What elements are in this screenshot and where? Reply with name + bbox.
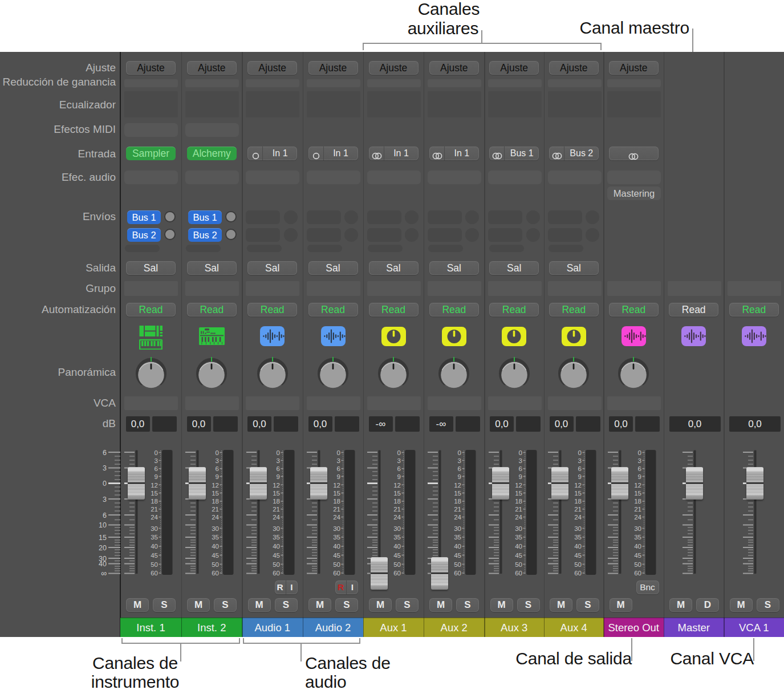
svg-text:0: 0 xyxy=(103,480,107,488)
svg-text:50: 50 xyxy=(212,561,219,568)
svg-text:30: 30 xyxy=(333,525,340,532)
svg-text:30: 30 xyxy=(151,525,158,532)
svg-text:18: 18 xyxy=(151,498,158,505)
svg-text:45: 45 xyxy=(212,552,219,559)
svg-text:0: 0 xyxy=(155,449,158,456)
svg-text:0: 0 xyxy=(216,449,219,456)
svg-text:0: 0 xyxy=(397,449,401,456)
svg-text:0: 0 xyxy=(337,449,340,456)
svg-text:18: 18 xyxy=(634,498,641,505)
svg-text:12: 12 xyxy=(273,482,280,489)
svg-text:6: 6 xyxy=(216,465,219,472)
svg-text:0: 0 xyxy=(458,449,461,456)
svg-text:9: 9 xyxy=(578,473,582,480)
svg-text:30: 30 xyxy=(273,525,280,532)
svg-text:45: 45 xyxy=(515,552,522,559)
svg-text:21: 21 xyxy=(515,506,522,513)
svg-text:24: 24 xyxy=(212,514,219,521)
svg-text:40: 40 xyxy=(515,543,522,550)
svg-text:60: 60 xyxy=(393,570,401,577)
svg-text:60: 60 xyxy=(151,570,158,577)
svg-text:6: 6 xyxy=(578,465,582,472)
svg-text:12: 12 xyxy=(393,482,401,489)
svg-text:24: 24 xyxy=(333,514,340,521)
svg-text:12: 12 xyxy=(574,482,582,489)
svg-text:0: 0 xyxy=(518,449,522,456)
svg-text:35: 35 xyxy=(151,534,158,541)
svg-text:24: 24 xyxy=(454,514,461,521)
svg-text:9: 9 xyxy=(518,473,522,480)
svg-text:9: 9 xyxy=(276,473,279,480)
svg-text:24: 24 xyxy=(273,514,280,521)
svg-text:60: 60 xyxy=(454,570,461,577)
svg-text:45: 45 xyxy=(634,552,641,559)
svg-text:30: 30 xyxy=(634,525,641,532)
svg-text:0: 0 xyxy=(637,449,641,456)
svg-text:40: 40 xyxy=(151,543,158,550)
svg-text:40: 40 xyxy=(333,543,340,550)
svg-text:0: 0 xyxy=(578,449,582,456)
svg-text:18: 18 xyxy=(515,498,522,505)
svg-text:15: 15 xyxy=(99,534,107,542)
svg-text:60: 60 xyxy=(515,570,522,577)
svg-text:35: 35 xyxy=(273,534,280,541)
svg-text:3: 3 xyxy=(276,457,279,464)
svg-text:50: 50 xyxy=(515,561,522,568)
svg-text:30: 30 xyxy=(212,525,219,532)
svg-text:60: 60 xyxy=(634,570,641,577)
svg-text:3: 3 xyxy=(155,457,158,464)
svg-text:6: 6 xyxy=(337,465,340,472)
svg-text:18: 18 xyxy=(273,498,280,505)
svg-text:12: 12 xyxy=(515,482,522,489)
svg-text:30: 30 xyxy=(574,525,582,532)
svg-text:18: 18 xyxy=(393,498,401,505)
svg-text:40: 40 xyxy=(634,543,641,550)
svg-text:40: 40 xyxy=(99,560,107,568)
svg-text:21: 21 xyxy=(393,506,401,513)
svg-text:45: 45 xyxy=(454,552,461,559)
svg-text:40: 40 xyxy=(393,543,401,550)
svg-text:50: 50 xyxy=(273,561,280,568)
svg-text:30: 30 xyxy=(515,525,522,532)
svg-text:24: 24 xyxy=(393,514,401,521)
svg-text:9: 9 xyxy=(637,473,641,480)
svg-text:40: 40 xyxy=(454,543,461,550)
svg-text:9: 9 xyxy=(458,473,461,480)
svg-text:24: 24 xyxy=(515,514,522,521)
svg-text:50: 50 xyxy=(333,561,340,568)
svg-text:3: 3 xyxy=(578,457,582,464)
svg-text:45: 45 xyxy=(393,552,401,559)
svg-text:15: 15 xyxy=(212,490,219,497)
svg-text:12: 12 xyxy=(212,482,219,489)
svg-text:40: 40 xyxy=(574,543,582,550)
svg-text:60: 60 xyxy=(273,570,280,577)
svg-text:3: 3 xyxy=(337,457,340,464)
svg-text:21: 21 xyxy=(574,506,582,513)
svg-text:9: 9 xyxy=(397,473,401,480)
svg-text:12: 12 xyxy=(333,482,340,489)
svg-text:6: 6 xyxy=(518,465,522,472)
svg-text:60: 60 xyxy=(333,570,340,577)
svg-text:18: 18 xyxy=(333,498,340,505)
svg-text:3: 3 xyxy=(637,457,641,464)
svg-text:6: 6 xyxy=(276,465,279,472)
svg-text:3: 3 xyxy=(397,457,401,464)
svg-text:21: 21 xyxy=(634,506,641,513)
svg-text:6: 6 xyxy=(103,512,107,520)
svg-text:∞: ∞ xyxy=(101,569,107,578)
svg-text:15: 15 xyxy=(393,490,401,497)
svg-text:3: 3 xyxy=(458,457,461,464)
svg-text:15: 15 xyxy=(333,490,340,497)
svg-text:50: 50 xyxy=(151,561,158,568)
svg-text:12: 12 xyxy=(634,482,641,489)
svg-text:0: 0 xyxy=(276,449,279,456)
svg-text:24: 24 xyxy=(151,514,158,521)
svg-text:35: 35 xyxy=(515,534,522,541)
svg-text:35: 35 xyxy=(333,534,340,541)
svg-text:3: 3 xyxy=(518,457,522,464)
svg-text:6: 6 xyxy=(458,465,461,472)
svg-text:18: 18 xyxy=(454,498,461,505)
svg-text:15: 15 xyxy=(454,490,461,497)
svg-text:45: 45 xyxy=(333,552,340,559)
svg-text:3: 3 xyxy=(103,464,107,472)
